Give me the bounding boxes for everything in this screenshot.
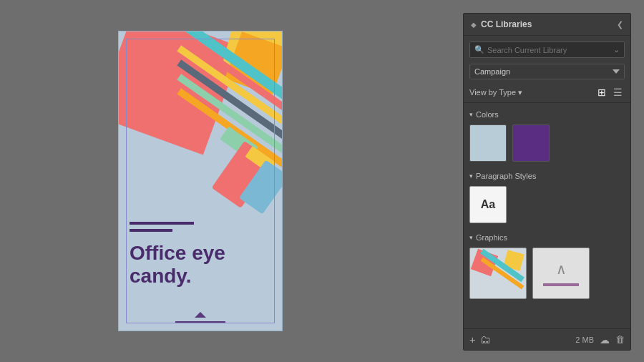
graphic-1-preview [470, 248, 526, 298]
chevron-up-icon [195, 312, 206, 318]
library-dropdown-row: CampaignMy LibraryAdobe Stock [469, 64, 625, 79]
library-dropdown[interactable]: CampaignMy LibraryAdobe Stock [469, 64, 625, 79]
search-bar: 🔍 ⌄ [469, 41, 625, 58]
document-preview: Office eye candy. [118, 31, 283, 331]
doc-line-1 [130, 222, 194, 225]
main-area: Office eye candy. ◆ CC Libraries ❮ [0, 0, 644, 362]
doc-heading: Office eye candy. [130, 242, 225, 288]
cloud-sync-icon[interactable]: ☁ [600, 334, 610, 346]
view-by-chevron-icon: ▾ [518, 88, 522, 97]
paragraph-styles-section-label: Paragraph Styles [476, 172, 536, 180]
view-icons-group: ⊞ ☰ [595, 86, 625, 99]
colors-chevron-icon: ▾ [469, 111, 473, 118]
panel-footer: + 🗂 2 MB ☁ 🗑 [464, 328, 630, 350]
panel-title-area: ◆ CC Libraries [471, 19, 532, 29]
folder-icon[interactable]: 🗂 [480, 333, 491, 346]
colors-section-header[interactable]: ▾ Colors [464, 106, 630, 122]
graphics-section-header[interactable]: ▾ Graphics [464, 229, 630, 245]
delete-icon[interactable]: 🗑 [615, 334, 625, 345]
panel-header: ◆ CC Libraries ❮ [464, 14, 630, 36]
thumb2-chevron-icon: ∧ [556, 260, 567, 278]
panel-content: ▾ Colors ▾ Paragraph Styles Aa ▾ Graphic… [464, 103, 630, 328]
paragraph-style-item-aa[interactable]: Aa [469, 186, 507, 223]
color-swatch-purple[interactable] [512, 124, 550, 162]
add-item-button[interactable]: + [469, 333, 476, 346]
para-style-aa-label: Aa [481, 198, 495, 211]
graphics-section-items: ∧ [464, 245, 630, 305]
graphic-item-2[interactable]: ∧ [532, 248, 590, 299]
search-expand-icon[interactable]: ⌄ [613, 45, 620, 54]
canvas-area: Office eye candy. [36, 14, 365, 348]
view-by-type-button[interactable]: View by Type ▾ [469, 88, 522, 97]
footer-left-area: + 🗂 [469, 333, 491, 346]
graphics-section-label: Graphics [476, 233, 507, 242]
doc-bottom-line [175, 321, 225, 323]
color-swatch-blue[interactable] [469, 124, 507, 162]
view-options-row: View by Type ▾ ⊞ ☰ [464, 82, 630, 103]
search-icon: 🔍 [474, 45, 484, 54]
footer-right-area: 2 MB ☁ 🗑 [575, 334, 625, 346]
panel-title: CC Libraries [481, 19, 532, 29]
colors-section-items [464, 122, 630, 167]
view-by-label-text: View by Type [469, 88, 516, 97]
search-input[interactable] [487, 46, 610, 54]
graphics-chevron-icon: ▾ [469, 234, 473, 241]
library-size-label: 2 MB [575, 336, 594, 344]
diamond-icon: ◆ [471, 21, 477, 29]
grid-view-button[interactable]: ⊞ [595, 86, 608, 99]
graphic-item-1[interactable] [469, 248, 527, 299]
paragraph-styles-section-items: Aa [464, 183, 630, 229]
panel-collapse-button[interactable]: ❮ [617, 20, 623, 29]
thumb2-line [543, 283, 579, 286]
paragraph-styles-chevron-icon: ▾ [469, 172, 473, 180]
doc-line-2 [130, 229, 172, 232]
doc-bottom [119, 312, 282, 323]
list-view-button[interactable]: ☰ [611, 86, 625, 99]
doc-text-area: Office eye candy. [130, 222, 225, 288]
colors-section-label: Colors [476, 110, 499, 119]
paragraph-styles-section-header[interactable]: ▾ Paragraph Styles [464, 167, 630, 183]
cc-libraries-panel: ◆ CC Libraries ❮ 🔍 ⌄ CampaignMy LibraryA… [463, 13, 631, 351]
